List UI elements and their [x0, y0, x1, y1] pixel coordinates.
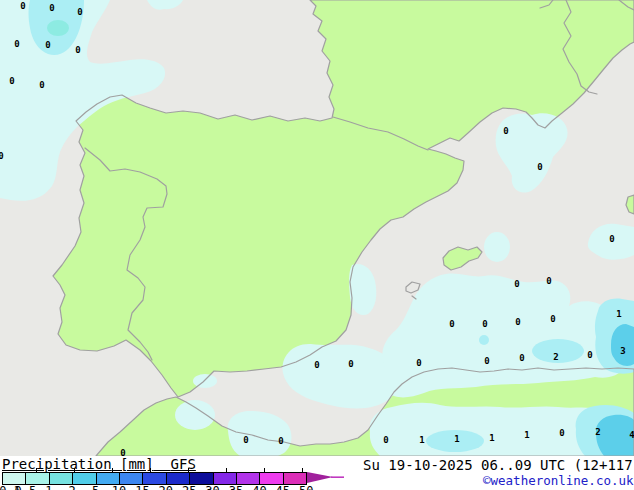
color-scale-cell [260, 473, 283, 484]
precip-value-label: 2 [553, 352, 558, 362]
legend-title-model: GFS [171, 456, 196, 472]
legend-title-unit: [mm] [120, 456, 154, 472]
color-scale-cell [143, 473, 166, 484]
weather-map-viewport: 00000000000000000010002030000001111024 P… [0, 0, 634, 490]
precip-value-label: 0 [120, 448, 125, 456]
legend-title-param: Precipitation [2, 456, 112, 472]
precip-value-label: 0 [77, 7, 82, 17]
color-scale-cell [120, 473, 143, 484]
scale-tick-label: 10 [112, 484, 126, 490]
precip-value-label: 0 [550, 314, 555, 324]
precip-value-label: 0 [383, 435, 388, 445]
scale-tick-label: 0.5 [15, 484, 37, 490]
scale-tick-label: 45 [276, 484, 290, 490]
scale-tick-mark [264, 468, 265, 472]
scale-tick-label: 50 [299, 484, 313, 490]
precip-area-alboran-west [193, 374, 217, 388]
precip-value-label: 0 [587, 350, 592, 360]
precip-value-label: 0 [416, 358, 421, 368]
precip-value-label: 0 [314, 360, 319, 370]
precip-value-label: 2 [595, 427, 600, 437]
scale-tick-mark [150, 468, 151, 472]
color-scale-cell [167, 473, 190, 484]
precip-area-nw-teal [47, 20, 69, 36]
precip-value-label: 0 [503, 126, 508, 136]
scale-tick-label: 1 [45, 484, 52, 490]
precip-value-label: 3 [620, 346, 625, 356]
precip-area-balearic [484, 232, 510, 262]
precip-value-label: 0 [546, 276, 551, 286]
scale-tick-label: 20 [159, 484, 173, 490]
scale-tick-mark [302, 468, 303, 472]
precip-value-label: 1 [524, 430, 529, 440]
precip-value-label: 0 [348, 359, 353, 369]
precip-area-bottom-right-core [596, 415, 634, 456]
precip-value-label: 0 [537, 162, 542, 172]
color-scale-cell [73, 473, 96, 484]
precip-value-label: 4 [629, 430, 634, 440]
scale-tick-label: 2 [69, 484, 76, 490]
scale-tick-label: 15 [135, 484, 149, 490]
precip-value-label: 0 [482, 319, 487, 329]
color-scale-cell [26, 473, 49, 484]
scale-tick-mark [36, 468, 37, 472]
precip-value-label: 0 [609, 234, 614, 244]
precip-value-label: 1 [489, 433, 494, 443]
precip-value-label: 0 [75, 45, 80, 55]
scale-tick-mark [74, 468, 75, 472]
legend-title: Precipitation [mm] GFS [2, 456, 196, 472]
precip-value-label: 1 [454, 434, 459, 444]
precip-value-label: 0 [514, 279, 519, 289]
precip-area-south-spot [479, 335, 489, 345]
color-scale-cell [190, 473, 213, 484]
timestamp: Su 19-10-2025 06..09 UTC (12+117) [363, 457, 634, 473]
precip-value-label: 0 [45, 40, 50, 50]
copyright-link[interactable]: ©weatheronline.co.uk [483, 473, 634, 488]
scale-arrow-icon [307, 471, 347, 484]
precip-value-label: 0 [484, 356, 489, 366]
scale-tick-label: 40 [252, 484, 266, 490]
precip-value-label: 0 [515, 317, 520, 327]
scale-tick-mark [112, 468, 113, 472]
precip-value-label: 1 [616, 309, 621, 319]
scale-tick-mark [226, 468, 227, 472]
color-scale-cell [97, 473, 120, 484]
precip-value-label: 0 [9, 76, 14, 86]
scale-tick-label: 5 [92, 484, 99, 490]
precip-value-label: 0 [243, 435, 248, 445]
precip-value-label: 0 [20, 1, 25, 11]
color-scale-cell [50, 473, 73, 484]
precip-value-label: 0 [14, 39, 19, 49]
scale-tick-label: 30 [205, 484, 219, 490]
precip-value-label: 0 [39, 80, 44, 90]
scale-tick-label: 25 [182, 484, 196, 490]
precipitation-map: 00000000000000000010002030000001111024 [0, 0, 634, 456]
color-scale-cell [214, 473, 237, 484]
precip-value-label: 0 [278, 436, 283, 446]
scale-tick-mark [188, 468, 189, 472]
color-scale-cell [3, 473, 26, 484]
precip-value-label: 0 [0, 151, 4, 161]
precip-value-label: 0 [449, 319, 454, 329]
color-scale-cell [237, 473, 260, 484]
precip-value-label: 0 [559, 428, 564, 438]
precip-value-label: 1 [419, 435, 424, 445]
precip-value-label: 0 [49, 3, 54, 13]
precip-area-rif-north [175, 400, 215, 430]
precip-value-label: 0 [519, 353, 524, 363]
scale-tick-label: 35 [229, 484, 243, 490]
legend-panel: Precipitation [mm] GFS 0.10.512510152025… [0, 456, 634, 490]
color-scale-cell [284, 473, 306, 484]
